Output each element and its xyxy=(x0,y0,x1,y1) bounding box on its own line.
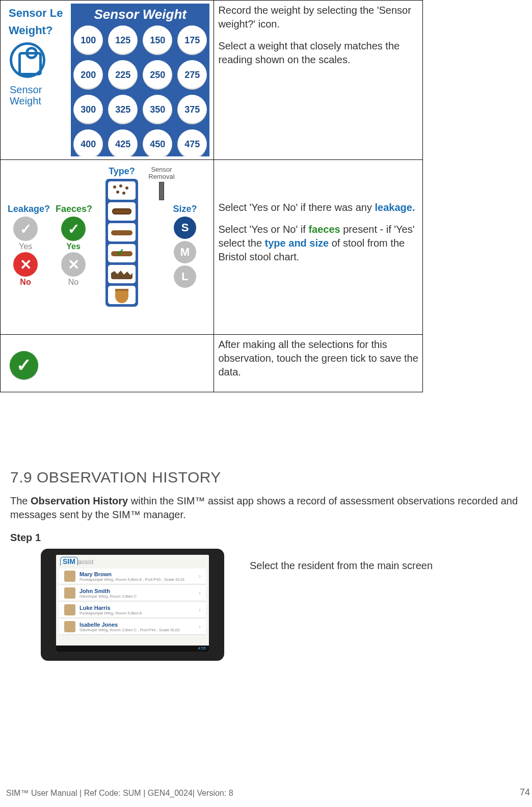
chevron-right-icon: › xyxy=(199,623,201,630)
section-heading: 7.9 OBSERVATION HISTORY xyxy=(10,469,525,486)
section-intro: The Observation History within the SIM™ … xyxy=(10,494,525,522)
save-tick-icon[interactable]: ✓ xyxy=(10,351,38,380)
weight-option-325[interactable]: 325 xyxy=(108,95,138,124)
chevron-right-icon: › xyxy=(199,589,201,597)
leakage-yes-button[interactable]: ✓ xyxy=(13,217,38,241)
stool-type-1[interactable] xyxy=(108,181,136,200)
tablet-status-bar: 4:55 xyxy=(56,645,209,652)
resident-row[interactable]: Luke HarrisPuckapunyal Wing, Room 5,Bed … xyxy=(59,602,206,618)
weight-option-200[interactable]: 200 xyxy=(73,60,103,90)
resident-row[interactable]: Isabelle JonesGlenhope Wing, Room 2,Bed … xyxy=(59,619,206,635)
type-header: Type? xyxy=(101,166,142,177)
stool-options-panel: Leakage? ✓ Yes ✕ No Faeces? ✓ Yes ✕ No xyxy=(5,163,209,331)
sensor-weight-cut-label: Sensor Le xyxy=(7,4,68,21)
leakage-no-label: No xyxy=(8,278,43,287)
stool-type-3[interactable] xyxy=(108,223,136,241)
faeces-yes-label: Yes xyxy=(56,242,91,251)
weight-option-375[interactable]: 375 xyxy=(177,95,207,124)
weight-option-250[interactable]: 250 xyxy=(143,60,172,90)
page-footer: SIM™ User Manual | Ref Code: SUM | GEN4_… xyxy=(6,789,233,798)
size-l-button[interactable]: L xyxy=(174,265,196,288)
sensor-weight-label-column: Sensor Le Weight? Sensor Weight xyxy=(7,4,68,109)
leakage-yes-label: Yes xyxy=(8,242,43,251)
leakage-column: Leakage? ✓ Yes ✕ No xyxy=(8,204,43,287)
step-1-label: Step 1 xyxy=(10,532,525,544)
stool-type-5[interactable] xyxy=(108,265,136,283)
faeces-no-label: No xyxy=(56,278,91,287)
type-column: Type? xyxy=(101,166,142,307)
sensor-removal-header: Sensor Removal xyxy=(146,166,177,180)
size-m-button[interactable]: M xyxy=(174,241,196,263)
weight-option-100[interactable]: 100 xyxy=(73,25,103,55)
weight-option-425[interactable]: 425 xyxy=(108,129,138,156)
resident-row[interactable]: Mary BrownPuckapunyal Wing, Room 5,Bed A… xyxy=(59,569,206,584)
weight-picker-panel: Sensor Weight 10012515017520022525027530… xyxy=(71,4,209,156)
weight-option-475[interactable]: 475 xyxy=(177,129,207,156)
bristol-type-strip xyxy=(105,179,138,307)
leakage-no-button[interactable]: ✕ xyxy=(13,252,38,277)
weight-option-300[interactable]: 300 xyxy=(73,95,103,124)
avatar xyxy=(64,571,75,582)
chevron-right-icon: › xyxy=(199,606,201,613)
sensor-weight-panel: Sensor Le Weight? Sensor Weight Sensor W… xyxy=(5,4,209,156)
page-number: 74 xyxy=(520,787,530,798)
instr-select-weight: Select a weight that closely matches the… xyxy=(218,39,418,67)
instr-save-tick: After making all the selections for this… xyxy=(218,338,418,379)
sensor-weight-caption: Sensor Weight xyxy=(7,82,68,109)
weight-option-225[interactable]: 225 xyxy=(108,60,138,90)
weight-option-125[interactable]: 125 xyxy=(108,25,138,55)
weight-option-350[interactable]: 350 xyxy=(143,95,172,124)
weight-option-450[interactable]: 450 xyxy=(143,129,172,156)
stool-type-2[interactable] xyxy=(108,202,136,221)
instr-record-weight: Record the weight by selecting the 'Sens… xyxy=(218,4,418,31)
stool-type-6[interactable] xyxy=(108,286,136,304)
faeces-yes-button[interactable]: ✓ xyxy=(61,217,86,241)
sensor-removal-indicator[interactable] xyxy=(159,182,164,200)
avatar xyxy=(64,604,75,615)
size-header: Size? xyxy=(170,204,200,214)
sensor-weight-question: Weight? xyxy=(7,21,68,38)
weight-option-175[interactable]: 175 xyxy=(177,25,207,55)
avatar xyxy=(64,621,75,632)
sensor-removal-column: Sensor Removal xyxy=(146,166,177,200)
leakage-header: Leakage? xyxy=(8,204,43,214)
step-1-instr: Select the resident from the main screen xyxy=(250,559,433,573)
faeces-no-button[interactable]: ✕ xyxy=(61,252,86,277)
weight-option-150[interactable]: 150 xyxy=(143,25,172,55)
weight-option-400[interactable]: 400 xyxy=(73,129,103,156)
avatar xyxy=(64,587,75,599)
scale-icon[interactable] xyxy=(10,42,45,78)
size-column: Size? S M L xyxy=(170,204,200,290)
resident-row[interactable]: John SmithGlenhope Wing, Room 2,Bed C› xyxy=(59,585,206,601)
stool-type-4-selected[interactable] xyxy=(108,244,136,262)
instr-leakage: Select 'Yes or No' if there was any leak… xyxy=(218,201,418,214)
faeces-column: Faeces? ✓ Yes ✕ No xyxy=(56,204,91,287)
weight-option-275[interactable]: 275 xyxy=(177,60,207,90)
faeces-header: Faeces? xyxy=(56,204,91,214)
chevron-right-icon: › xyxy=(199,573,201,580)
size-s-button[interactable]: S xyxy=(174,217,196,239)
weight-picker-title: Sensor Weight xyxy=(74,7,206,22)
tablet-mockup: SIMassist Mary BrownPuckapunyal Wing, Ro… xyxy=(41,549,224,661)
app-logo: SIMassist xyxy=(56,555,209,568)
instr-faeces: Select 'Yes or No' if faeces present - i… xyxy=(218,223,418,264)
